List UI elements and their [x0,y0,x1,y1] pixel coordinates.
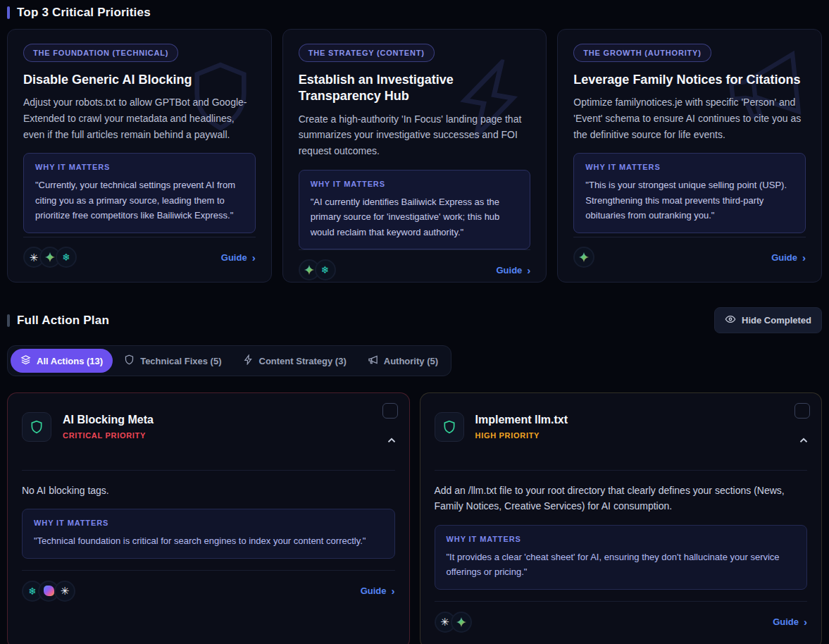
guide-label: Guide [496,265,522,275]
openai-icon: ✳ [54,581,75,602]
chevron-right-icon: › [802,252,806,263]
divider [22,470,395,471]
gemini-icon [573,247,594,268]
guide-label: Guide [361,586,387,596]
chevron-up-icon[interactable] [797,434,810,450]
chevron-right-icon: › [252,252,256,263]
why-it-matters-label: WHY IT MATTERS [585,163,794,171]
tab-label: All Actions (13) [37,356,103,366]
why-it-matters-text: "Technical foundation is critical for se… [34,533,383,548]
priority-card-description: Create a high-authority 'In Focus' landi… [299,111,531,159]
guide-link[interactable]: Guide › [221,252,256,263]
why-it-matters-label: WHY IT MATTERS [447,535,796,543]
perplexity-icon: ❄ [56,247,77,268]
priority-badge: CRITICAL PRIORITY [63,431,154,440]
why-it-matters-box: WHY IT MATTERS "AI currently identifies … [299,170,531,249]
ai-model-icons: ❄ ✳ [22,581,70,602]
action-card-footer: ✳ Guide › [435,601,808,633]
ai-model-icons [573,247,590,268]
priority-card-footer: Guide › [573,237,806,268]
action-card-title: AI Blocking Meta [63,414,154,426]
priority-card-strategy: THE STRATEGY (CONTENT) Establish an Inve… [282,29,547,283]
ai-model-icons: ❄ [299,259,331,280]
perplexity-icon: ❄ [315,259,336,280]
priority-card-footer: ✳ ❄ Guide › [23,237,256,268]
priority-badge: HIGH PRIORITY [475,431,568,440]
action-card-title: Implement llm.txt [475,414,568,426]
action-card-header: AI Blocking Meta CRITICAL PRIORITY [22,412,395,442]
tab-all-actions[interactable]: All Actions (13) [11,349,113,373]
hide-completed-button[interactable]: Hide Completed [714,307,822,333]
guide-label: Guide [771,252,797,263]
tab-label: Content Strategy (3) [259,356,347,366]
ai-model-icons: ✳ ❄ [23,247,72,268]
tab-technical-fixes[interactable]: Technical Fixes (5) [114,349,231,373]
guide-link[interactable]: Guide › [496,265,530,275]
action-card-header: Implement llm.txt HIGH PRIORITY [435,412,808,442]
heading-accent-bar [7,6,10,19]
chevron-right-icon: › [804,617,807,627]
why-it-matters-text: "It provides a clear 'cheat sheet' for A… [447,550,796,580]
shield-icon [22,412,51,442]
chevron-up-icon[interactable] [385,434,398,450]
priority-card-title: Establish an Investigative Transparency … [299,72,531,105]
why-it-matters-label: WHY IT MATTERS [35,163,244,171]
priority-card-foundation: THE FOUNDATION (TECHNICAL) Disable Gener… [7,29,272,283]
why-it-matters-box: WHY IT MATTERS "It provides a clear 'che… [435,525,808,590]
why-it-matters-label: WHY IT MATTERS [311,180,519,188]
action-card-description: No AI blocking tags. [22,483,395,498]
heading-accent-bar [7,314,10,327]
why-it-matters-text: "This is your strongest unique selling p… [585,178,794,223]
priority-card-description: Adjust your robots.txt to allow GPTBot a… [23,94,256,142]
action-cards-grid: AI Blocking Meta CRITICAL PRIORITY No AI… [7,392,822,644]
priority-cards-grid: THE FOUNDATION (TECHNICAL) Disable Gener… [7,29,822,283]
bolt-icon [243,354,254,367]
eye-icon [725,314,736,327]
tab-content-strategy[interactable]: Content Strategy (3) [233,349,356,373]
priority-card-title: Disable Generic AI Blocking [23,72,256,88]
priority-card-badge: THE GROWTH (AUTHORITY) [573,44,711,62]
megaphone-icon [368,354,378,367]
priority-card-title: Leverage Family Notices for Citations [573,72,806,88]
tab-label: Technical Fixes (5) [140,356,221,366]
priority-card-footer: ❄ Guide › [299,249,531,280]
why-it-matters-text: "Currently, your technical settings prev… [35,178,244,223]
why-it-matters-box: WHY IT MATTERS "Currently, your technica… [23,153,256,233]
action-card-description: Add an /llm.txt file to your root direct… [435,483,808,514]
ai-model-icons: ✳ [435,612,467,633]
priority-card-growth: THE GROWTH (AUTHORITY) Leverage Family N… [557,29,822,283]
why-it-matters-text: "AI currently identifies Bailiwick Expre… [311,194,519,240]
complete-checkbox[interactable] [382,403,398,419]
tab-authority[interactable]: Authority (5) [358,349,448,373]
why-it-matters-label: WHY IT MATTERS [34,519,383,527]
priorities-heading: Top 3 Critical Priorities [17,6,151,20]
guide-link[interactable]: Guide › [771,252,806,263]
action-plan-heading: Full Action Plan [17,314,109,328]
priority-card-description: Optimize familynotices.je with specific … [573,94,806,142]
hide-completed-label: Hide Completed [742,315,811,326]
action-plan-section-header: Full Action Plan [7,314,109,328]
priority-card-badge: THE STRATEGY (CONTENT) [299,44,435,62]
priority-card-badge: THE FOUNDATION (TECHNICAL) [23,44,178,62]
chevron-right-icon: › [527,265,530,275]
action-card-implement-llm-txt: Implement llm.txt HIGH PRIORITY Add an /… [420,392,823,644]
layers-icon [20,354,31,367]
chevron-right-icon: › [392,586,395,596]
guide-link[interactable]: Guide › [773,617,807,627]
shield-icon [124,354,135,367]
priorities-section-header: Top 3 Critical Priorities [7,6,822,20]
action-card-footer: ❄ ✳ Guide › [22,570,395,602]
divider [435,470,808,471]
tab-label: Authority (5) [384,356,438,366]
guide-label: Guide [221,252,247,263]
why-it-matters-box: WHY IT MATTERS "Technical foundation is … [22,509,395,558]
gemini-icon [451,612,472,633]
action-card-ai-blocking-meta: AI Blocking Meta CRITICAL PRIORITY No AI… [7,392,410,644]
action-filter-tabs: All Actions (13) Technical Fixes (5) Con… [7,345,451,376]
guide-link[interactable]: Guide › [361,586,395,596]
guide-label: Guide [773,617,799,627]
shield-icon [435,412,464,442]
why-it-matters-box: WHY IT MATTERS "This is your strongest u… [573,153,806,233]
complete-checkbox[interactable] [794,403,810,419]
